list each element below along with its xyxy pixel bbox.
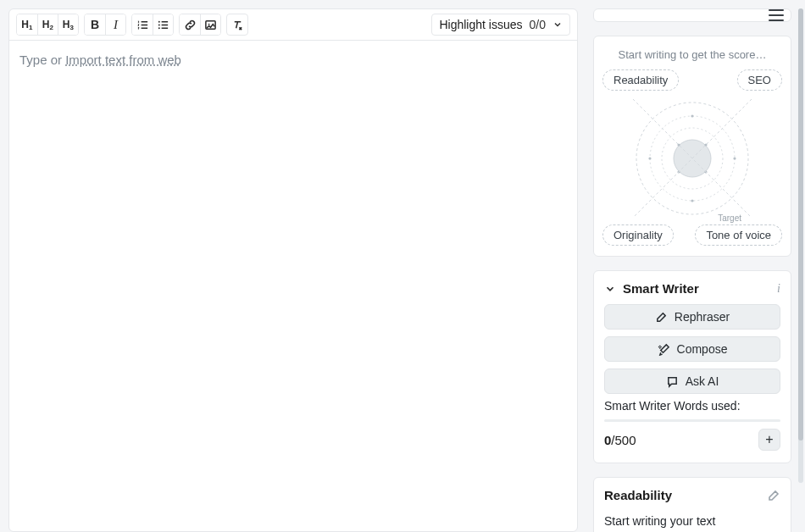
ask-ai-button[interactable]: Ask AI [604, 369, 780, 394]
edit-icon [655, 311, 668, 324]
list-group [131, 14, 174, 36]
svg-point-0 [158, 20, 160, 22]
compose-button[interactable]: Compose [604, 336, 780, 362]
add-words-button[interactable]: + [758, 429, 780, 451]
readability-body: Start writing your text [604, 514, 780, 528]
readability-title: Readability [604, 488, 672, 502]
link-icon [184, 19, 197, 31]
clear-format-button[interactable] [226, 14, 248, 36]
highlight-issues-dropdown[interactable]: Highlight issues 0/0 [431, 14, 570, 36]
ordered-list-button[interactable] [132, 14, 153, 35]
scrollbar-track[interactable] [798, 8, 803, 483]
chat-icon [666, 375, 679, 388]
link-button[interactable] [180, 14, 200, 35]
rephraser-button[interactable]: Rephraser [604, 304, 780, 330]
h1-button[interactable]: H1 [17, 14, 37, 35]
import-from-web-link[interactable]: Import text from web [65, 53, 181, 67]
chevron-down-icon [552, 19, 563, 30]
ask-ai-label: Ask AI [686, 374, 719, 388]
editor-placeholder-prefix: Type or [19, 53, 65, 67]
editor-toolbar: H1 H2 H3 B I [9, 9, 577, 41]
radar-diagonals [618, 84, 767, 233]
editor-body[interactable]: Type or Import text from web [9, 41, 577, 531]
rephraser-label: Rephraser [675, 310, 730, 324]
score-prompt: Start writing to get the score… [619, 48, 767, 61]
bold-button[interactable]: B [85, 14, 105, 35]
radar-target-label: Target [718, 213, 741, 223]
smart-writer-card: Smart Writer i Rephraser Compose Ask AI … [593, 270, 791, 463]
sidebar-topbar [593, 8, 791, 22]
image-button[interactable] [200, 14, 220, 35]
sparkle-icon [658, 343, 670, 356]
image-icon [204, 19, 217, 31]
format-group: B I [84, 14, 126, 36]
svg-point-4 [208, 23, 210, 25]
clear-format-icon [231, 19, 244, 31]
heading-group: H1 H2 H3 [16, 14, 79, 36]
editor-pane: H1 H2 H3 B I [8, 8, 578, 532]
italic-button[interactable]: I [105, 14, 125, 35]
h3-button[interactable]: H3 [58, 14, 78, 35]
pencil-icon[interactable] [767, 489, 780, 502]
menu-icon[interactable] [769, 9, 784, 21]
usage-count: 0/500 [604, 433, 636, 447]
unordered-list-icon [157, 19, 169, 31]
highlight-issues-label: Highlight issues [439, 18, 522, 31]
usage-bar [604, 419, 780, 422]
readability-card: Readability Start writing your text [593, 477, 791, 532]
unordered-list-button[interactable] [153, 14, 173, 35]
info-icon[interactable]: i [777, 282, 780, 296]
chevron-down-icon[interactable] [604, 283, 616, 295]
sidebar: Start writing to get the score… Readabil… [593, 8, 797, 532]
svg-point-2 [158, 27, 160, 29]
scrollbar-thumb[interactable] [798, 8, 803, 441]
smart-writer-title: Smart Writer [623, 281, 770, 296]
highlight-issues-count: 0/0 [530, 18, 546, 31]
compose-label: Compose [677, 342, 728, 356]
score-card: Start writing to get the score… Readabil… [593, 36, 791, 257]
insert-group [179, 14, 221, 36]
svg-point-1 [158, 24, 160, 25]
radar-chart: Target [633, 99, 752, 218]
ordered-list-icon [136, 19, 149, 31]
h2-button[interactable]: H2 [37, 14, 58, 35]
usage-label: Smart Writer Words used: [604, 399, 780, 413]
